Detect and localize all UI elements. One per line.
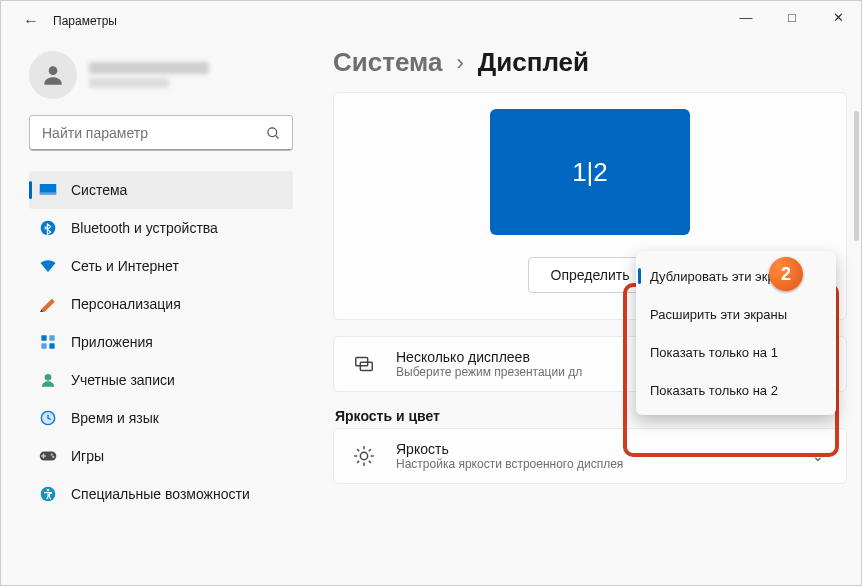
- settings-window: ← Параметры — □ ✕ СистемаB: [0, 0, 862, 586]
- system-icon: [39, 181, 57, 199]
- scrollbar[interactable]: [854, 111, 859, 241]
- apps-icon: [39, 333, 57, 351]
- projection-option[interactable]: Расширить эти экраны: [636, 295, 836, 333]
- sidebar-item-label: Учетные записи: [71, 372, 175, 388]
- brightness-icon: [350, 442, 378, 470]
- sidebar-item-label: Сеть и Интернет: [71, 258, 179, 274]
- back-button[interactable]: ←: [17, 7, 45, 35]
- maximize-button[interactable]: □: [769, 1, 815, 33]
- svg-line-26: [369, 461, 370, 462]
- breadcrumb: Система › Дисплей: [333, 47, 847, 78]
- svg-point-1: [267, 127, 276, 136]
- main-content: Система › Дисплей 1|2 Определить Дублиро…: [301, 41, 861, 585]
- sidebar-item-access[interactable]: Специальные возможности: [29, 475, 293, 513]
- display-arrangement-card: 1|2 Определить Дублировать эти экраныРас…: [333, 92, 847, 320]
- svg-line-25: [357, 449, 358, 450]
- svg-point-17: [47, 489, 50, 492]
- brightness-title: Яркость: [396, 441, 788, 457]
- sidebar-nav: СистемаBluetooth и устройстваСеть и Инте…: [29, 171, 293, 513]
- search-icon: [264, 124, 282, 142]
- svg-point-5: [41, 221, 56, 236]
- time-icon: [39, 409, 57, 427]
- sidebar-item-network[interactable]: Сеть и Интернет: [29, 247, 293, 285]
- brightness-row[interactable]: Яркость Настройка яркости встроенного ди…: [333, 428, 847, 484]
- minimize-button[interactable]: —: [723, 1, 769, 33]
- svg-rect-6: [41, 335, 46, 340]
- search-box[interactable]: [29, 115, 293, 151]
- bluetooth-icon: [39, 219, 57, 237]
- sidebar-item-accounts[interactable]: Учетные записи: [29, 361, 293, 399]
- sidebar-item-label: Система: [71, 182, 127, 198]
- projection-option[interactable]: Показать только на 2: [636, 371, 836, 409]
- svg-line-2: [275, 135, 278, 138]
- access-icon: [39, 485, 57, 503]
- brightness-desc: Настройка яркости встроенного дисплея: [396, 457, 788, 471]
- sidebar: СистемаBluetooth и устройстваСеть и Инте…: [1, 41, 301, 585]
- svg-point-14: [51, 453, 53, 455]
- account-name: [89, 62, 209, 88]
- breadcrumb-current: Дисплей: [478, 47, 589, 78]
- projection-option[interactable]: Дублировать эти экраны: [636, 257, 836, 295]
- close-button[interactable]: ✕: [815, 1, 861, 33]
- sidebar-item-label: Игры: [71, 448, 104, 464]
- annotation-badge: 2: [769, 257, 803, 291]
- breadcrumb-parent[interactable]: Система: [333, 47, 442, 78]
- personalize-icon: [39, 295, 57, 313]
- svg-rect-9: [49, 343, 54, 348]
- account-block[interactable]: [29, 51, 293, 99]
- sidebar-item-time[interactable]: Время и язык: [29, 399, 293, 437]
- display-rect[interactable]: 1|2: [490, 109, 690, 235]
- sidebar-item-label: Время и язык: [71, 410, 159, 426]
- window-title: Параметры: [53, 14, 117, 28]
- avatar-icon: [29, 51, 77, 99]
- search-input[interactable]: [40, 124, 264, 142]
- projection-dropdown[interactable]: Дублировать эти экраныРасширить эти экра…: [636, 251, 836, 415]
- accounts-icon: [39, 371, 57, 389]
- multiple-displays-icon: [350, 350, 378, 378]
- identify-button[interactable]: Определить: [528, 257, 653, 293]
- sidebar-item-label: Специальные возможности: [71, 486, 250, 502]
- sidebar-item-label: Приложения: [71, 334, 153, 350]
- svg-line-27: [357, 461, 358, 462]
- sidebar-item-label: Персонализация: [71, 296, 181, 312]
- svg-point-10: [45, 374, 52, 381]
- gaming-icon: [39, 447, 57, 465]
- sidebar-item-label: Bluetooth и устройства: [71, 220, 218, 236]
- network-icon: [39, 257, 57, 275]
- svg-point-0: [49, 66, 58, 75]
- svg-rect-8: [41, 343, 46, 348]
- sidebar-item-bluetooth[interactable]: Bluetooth и устройства: [29, 209, 293, 247]
- chevron-right-icon: ›: [456, 50, 463, 76]
- chevron-down-icon: ⌄: [806, 448, 830, 464]
- sidebar-item-personalize[interactable]: Персонализация: [29, 285, 293, 323]
- sidebar-item-apps[interactable]: Приложения: [29, 323, 293, 361]
- titlebar: ← Параметры — □ ✕: [1, 1, 861, 41]
- sidebar-item-gaming[interactable]: Игры: [29, 437, 293, 475]
- svg-line-28: [369, 449, 370, 450]
- svg-point-20: [360, 452, 367, 459]
- svg-point-15: [52, 456, 54, 458]
- svg-rect-7: [49, 335, 54, 340]
- sidebar-item-system[interactable]: Система: [29, 171, 293, 209]
- svg-rect-4: [40, 192, 57, 194]
- projection-option[interactable]: Показать только на 1: [636, 333, 836, 371]
